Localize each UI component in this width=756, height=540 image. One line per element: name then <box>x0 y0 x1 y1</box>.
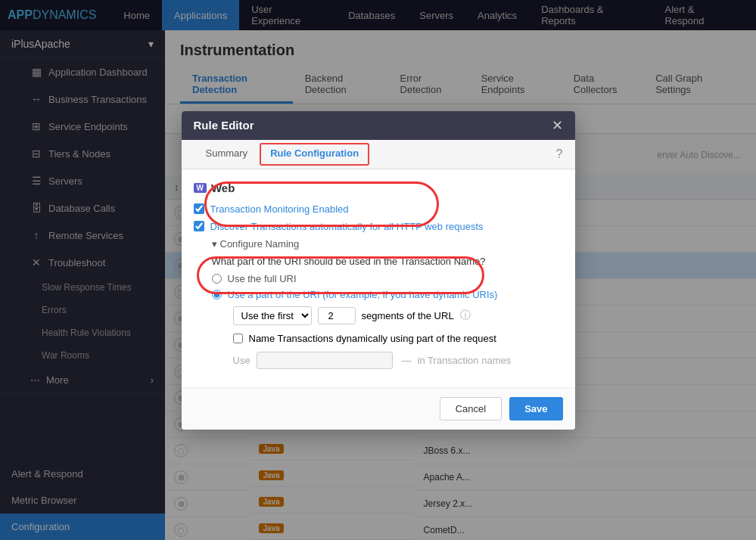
uri-question: What part of the URI should be used in t… <box>212 256 563 267</box>
radio-full-uri-label[interactable]: Use the full URI <box>228 273 297 284</box>
checkbox-name-transactions[interactable] <box>233 334 243 343</box>
radio-part-uri-label[interactable]: Use a part of the URI (for example, if y… <box>228 289 498 300</box>
name-transactions-label[interactable]: Name Transactions dynamically using part… <box>249 333 496 344</box>
radio-full-uri-row: Use the full URI <box>212 273 563 284</box>
use-first-row: Use the first segments of the URL ⓘ <box>233 306 563 325</box>
modal-help-button[interactable]: ? <box>556 147 563 161</box>
rule-editor-modal: Rule Editor ✕ Summary Rule Configuration… <box>182 111 575 430</box>
use-first-select[interactable]: Use the first <box>233 306 312 325</box>
radio-full-uri[interactable] <box>212 274 222 284</box>
modal-tabs: Summary Rule Configuration ? <box>182 140 575 169</box>
radio-part-uri-row: Use a part of the URI (for example, if y… <box>212 289 563 300</box>
checkbox-monitoring-enabled-row: Transaction Monitoring Enabled <box>194 203 563 215</box>
cancel-button[interactable]: Cancel <box>440 397 502 421</box>
web-badge: W <box>194 183 207 193</box>
radio-part-uri[interactable] <box>212 290 222 299</box>
use-in-input[interactable] <box>257 352 393 369</box>
save-button[interactable]: Save <box>509 397 562 421</box>
checkbox-discover-transactions-row: Discover Transactions automatically for … <box>194 221 563 232</box>
modal-tab-summary[interactable]: Summary <box>194 140 260 169</box>
checkbox-discover-transactions[interactable] <box>194 221 204 231</box>
use-in-row: Use — in Transaction names <box>233 352 563 369</box>
modal-overlay: Rule Editor ✕ Summary Rule Configuration… <box>0 0 756 540</box>
modal-section-title: W Web <box>194 182 563 194</box>
configure-naming-toggle[interactable]: ▾ Configure Naming <box>212 238 563 250</box>
modal-close-button[interactable]: ✕ <box>552 119 563 132</box>
in-transactions-label: in Transaction names <box>418 355 512 366</box>
checkbox-monitoring-label[interactable]: Transaction Monitoring Enabled <box>210 203 349 215</box>
modal-footer: Cancel Save <box>182 387 575 430</box>
segments-label: segments of the URL <box>362 310 454 321</box>
segments-number-input[interactable] <box>318 307 356 324</box>
checkbox-monitoring-enabled[interactable] <box>194 203 204 214</box>
checkbox-discover-label[interactable]: Discover Transactions automatically for … <box>210 221 484 232</box>
name-transactions-row: Name Transactions dynamically using part… <box>233 333 563 344</box>
modal-header: Rule Editor ✕ <box>182 111 575 140</box>
use-label: Use <box>233 355 250 366</box>
modal-tab-rule-configuration[interactable]: Rule Configuration <box>260 143 369 166</box>
modal-body: W Web Transaction Monitoring Enabled Dis… <box>182 169 575 387</box>
info-icon[interactable]: ⓘ <box>460 309 471 322</box>
